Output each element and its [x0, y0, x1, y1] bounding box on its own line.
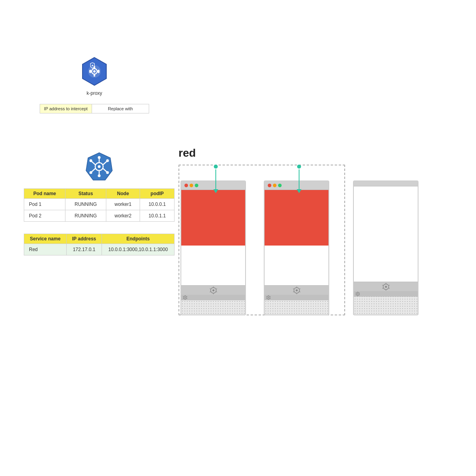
dot-green-1: [195, 184, 198, 187]
pod-table-header-podip: podIP: [140, 189, 175, 199]
browser-3-footer: [354, 282, 418, 291]
svg-line-43: [187, 298, 187, 299]
kproxy-section: k-proxy IP address to intercept Replace …: [40, 56, 149, 113]
arrow-line-1: [215, 169, 216, 189]
pod-1-node: worker1: [106, 199, 140, 210]
svg-rect-71: [354, 291, 418, 297]
svg-point-47: [296, 289, 298, 291]
dot-green-2: [278, 184, 282, 187]
kproxy-icon: [79, 56, 110, 87]
kubernetes-section: Pod name Status Node podIP Pod 1 RUNNING…: [24, 151, 175, 255]
browser-2-white-space: [265, 246, 328, 285]
svg-line-44: [183, 298, 183, 299]
browser-window-2: [264, 180, 329, 315]
arrow-tip-1: [213, 189, 218, 193]
pod-1-status: RUNNING: [65, 199, 106, 210]
svg-line-67: [382, 285, 383, 286]
svg-rect-54: [265, 295, 328, 300]
pod-row-2: Pod 2 RUNNING worker2 10.0.1.1: [24, 210, 175, 222]
service-endpoints-red: 10.0.0.1:3000,10.0.1.1:3000: [102, 244, 175, 255]
pod-1-ip: 10.0.0.1: [140, 199, 175, 210]
dot-red-1: [184, 184, 188, 187]
dot-red-2: [268, 184, 271, 187]
svg-point-73: [357, 294, 358, 295]
service-table-header-endpoints: Endpoints: [102, 234, 175, 244]
service-table-header-ip: IP address: [66, 234, 102, 244]
browser-1-white-space: [181, 246, 245, 285]
service-table-header-name: Service name: [24, 234, 67, 244]
browser-3-bottom: [354, 291, 418, 297]
svg-line-59: [266, 296, 267, 297]
dot-yellow-1: [190, 184, 193, 187]
intercept-right-label: Replace with: [92, 104, 149, 113]
svg-point-39: [184, 297, 186, 298]
svg-line-70: [389, 285, 390, 286]
svg-rect-5: [94, 74, 95, 77]
arrow-tip-2: [297, 189, 301, 193]
svg-line-36: [216, 288, 217, 289]
kubernetes-icon: [83, 151, 115, 182]
pod-2-status: RUNNING: [65, 210, 106, 222]
svg-point-25: [90, 159, 92, 162]
svg-line-51: [299, 292, 300, 292]
browser-3-white-content: [354, 186, 418, 282]
svg-line-35: [210, 292, 211, 292]
svg-point-27: [90, 171, 92, 174]
svg-line-45: [187, 296, 187, 297]
svg-line-61: [266, 298, 267, 299]
svg-point-26: [106, 171, 109, 174]
browser-window-3: [353, 180, 418, 315]
svg-point-56: [268, 297, 269, 298]
teal-dot-1: [214, 165, 218, 169]
service-row-red: Red 172.17.0.1 10.0.0.1:3000,10.0.1.1:30…: [24, 244, 175, 255]
intercept-bar: IP address to intercept Replace with: [40, 104, 149, 113]
svg-line-52: [293, 292, 294, 292]
pod-table-header-status: Status: [65, 189, 106, 199]
svg-line-68: [389, 288, 390, 289]
svg-point-64: [385, 286, 387, 288]
arrow-down-1: [213, 165, 218, 193]
service-name-red: Red: [24, 244, 67, 255]
svg-line-33: [210, 288, 211, 289]
browser-window-1: [180, 180, 246, 315]
browser-1-bottom: [181, 295, 245, 300]
browser-2-bottom: [265, 295, 328, 300]
svg-point-16: [98, 165, 101, 168]
browser-1-red-content: [181, 190, 245, 246]
svg-line-79: [359, 293, 360, 293]
svg-rect-37: [181, 295, 245, 300]
teal-dot-2: [297, 165, 301, 169]
browser-2-footer: [265, 285, 328, 295]
arrow-down-2: [297, 165, 301, 193]
pod-2-name: Pod 2: [24, 210, 65, 222]
dot-yellow-2: [273, 184, 276, 187]
browser-3-titlebar: [354, 181, 418, 186]
pod-row-1: Pod 1 RUNNING worker1 10.0.0.1: [24, 199, 175, 210]
svg-point-3: [93, 70, 96, 73]
pod-table: Pod name Status Node podIP Pod 1 RUNNING…: [24, 188, 175, 222]
pod-table-header-name: Pod name: [24, 189, 65, 199]
red-section-label: red: [178, 147, 196, 159]
svg-line-76: [355, 293, 356, 293]
svg-line-78: [355, 295, 356, 295]
svg-point-28: [106, 159, 109, 162]
svg-line-42: [183, 296, 183, 297]
svg-point-23: [98, 156, 101, 159]
pod-1-name: Pod 1: [24, 199, 65, 210]
svg-line-60: [270, 298, 271, 299]
arrow-line-2: [299, 169, 299, 189]
browser-1-footer: [181, 285, 245, 295]
svg-line-77: [359, 295, 360, 295]
svg-line-62: [270, 296, 271, 297]
service-ip-red: 172.17.0.1: [66, 244, 102, 255]
pod-2-ip: 10.0.1.1: [140, 210, 175, 222]
browser-2-red-content: [265, 190, 328, 246]
svg-line-34: [216, 292, 217, 292]
pod-table-header-node: Node: [106, 189, 140, 199]
kproxy-label: k-proxy: [40, 90, 149, 96]
pod-2-node: worker2: [106, 210, 140, 222]
service-table: Service name IP address Endpoints Red 17…: [24, 234, 175, 255]
svg-line-53: [299, 288, 300, 289]
intercept-left-label: IP address to intercept: [40, 104, 92, 113]
svg-point-30: [212, 289, 214, 291]
